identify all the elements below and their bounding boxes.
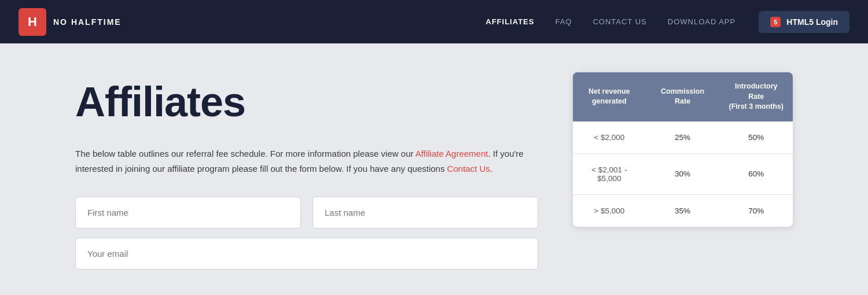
description-part3: .	[490, 164, 492, 174]
col-header-introductory: Introductory Rate(First 3 months)	[719, 72, 793, 121]
logo-text: NO HALFTIME	[53, 17, 122, 27]
nav-links: AFFILIATES FAQ CONTACT US DOWNLOAD APP	[486, 17, 735, 26]
login-label: HTML5 Login	[786, 17, 838, 27]
table-header: Net revenuegenerated Commission Rate Int…	[573, 72, 793, 121]
navbar: H NO HALFTIME AFFILIATES FAQ CONTACT US …	[0, 0, 868, 43]
cell-commission: 35%	[646, 194, 720, 227]
description-text: The below table outlines our referral fe…	[75, 146, 538, 176]
name-fields-row	[75, 197, 538, 228]
cell-introductory: 50%	[719, 121, 793, 154]
nav-contact-us[interactable]: CONTACT US	[593, 17, 646, 26]
html5-login-button[interactable]: 5 HTML5 Login	[759, 11, 849, 33]
logo[interactable]: H NO HALFTIME	[19, 8, 122, 36]
col-header-commission: Commission Rate	[646, 72, 720, 121]
email-input[interactable]	[75, 238, 538, 270]
cell-commission: 25%	[646, 121, 720, 154]
html5-badge: 5	[770, 17, 781, 27]
table-body: < $2,000 25% 50% < $2,001 - $5,000 30% 6…	[573, 121, 793, 227]
last-name-input[interactable]	[312, 197, 538, 228]
right-column: Net revenuegenerated Commission Rate Int…	[573, 72, 793, 270]
nav-affiliates[interactable]: AFFILIATES	[486, 17, 534, 26]
table-row: < $2,000 25% 50%	[573, 121, 793, 154]
page-title: Affiliates	[75, 78, 538, 126]
cell-revenue: < $2,000	[573, 121, 646, 154]
main-content: Affiliates The below table outlines our …	[29, 43, 839, 293]
logo-icon: H	[19, 8, 46, 36]
col-header-revenue: Net revenuegenerated	[573, 72, 646, 121]
nav-download-app[interactable]: DOWNLOAD APP	[668, 17, 735, 26]
cell-commission: 30%	[646, 153, 720, 194]
nav-faq[interactable]: FAQ	[555, 17, 572, 26]
affiliate-agreement-link[interactable]: Affiliate Agreement	[415, 149, 488, 158]
cell-introductory: 60%	[719, 153, 793, 194]
cell-revenue: < $2,001 - $5,000	[573, 153, 646, 194]
cell-revenue: > $5,000	[573, 194, 646, 227]
table-row: < $2,001 - $5,000 30% 60%	[573, 153, 793, 194]
description-part1: The below table outlines our referral fe…	[75, 149, 415, 158]
commission-table: Net revenuegenerated Commission Rate Int…	[573, 72, 793, 227]
left-column: Affiliates The below table outlines our …	[75, 78, 538, 270]
cell-introductory: 70%	[719, 194, 793, 227]
table-row: > $5,000 35% 70%	[573, 194, 793, 227]
contact-us-link[interactable]: Contact Us	[447, 164, 490, 174]
first-name-input[interactable]	[75, 197, 301, 228]
